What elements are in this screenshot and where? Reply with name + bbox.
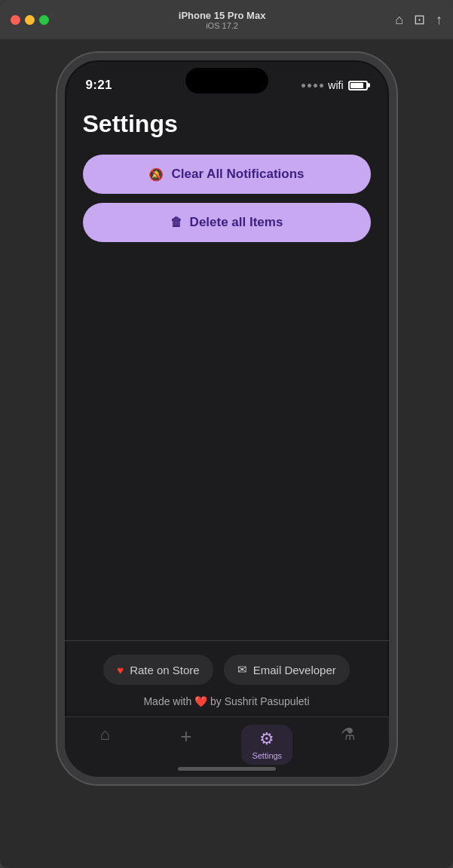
rate-store-button[interactable]: ♥ Rate on Store [103,655,213,685]
tab-home[interactable]: ⌂ [65,725,146,744]
iphone-wrapper: 9:21 wifi [0,39,453,798]
wifi-icon: wifi [328,79,343,91]
settings-tab-label: Settings [252,751,282,760]
app-window: iPhone 15 Pro Max iOS 17.2 ⌂ ⊡ ↑ 9:21 [0,0,453,868]
title-bar-actions: ⌂ ⊡ ↑ [395,11,442,28]
flask-tab-icon: ⚗ [341,725,356,744]
tab-flask[interactable]: ⚗ [308,725,389,744]
tab-add[interactable]: + [145,725,227,748]
dot-4 [320,84,323,87]
page-title: Settings [83,100,371,155]
bottom-section: ♥ Rate on Store ✉ Email Developer Made w… [65,640,389,777]
divider [65,640,389,641]
home-tb-icon[interactable]: ⌂ [395,12,403,28]
bell-slash-icon: 🔕 [148,167,164,182]
device-name: iPhone 15 Pro Max [179,10,266,21]
clear-notifications-button[interactable]: 🔕 Clear All Notifications [83,155,371,194]
status-time: 9:21 [86,78,112,93]
clear-notifications-label: Clear All Notifications [171,167,304,182]
dynamic-island [185,68,268,94]
battery-fill [350,83,364,88]
dot-1 [301,84,305,87]
envelope-icon: ✉ [237,663,247,676]
home-indicator [178,767,276,771]
share-tb-icon[interactable]: ↑ [436,12,442,28]
trash-icon: 🗑 [170,216,182,229]
traffic-lights [11,15,49,25]
footer-suffix: by Sushrit Pasupuleti [210,695,310,707]
dot-2 [308,84,311,87]
home-tab-icon: ⌂ [100,725,110,744]
heart-icon: ♥ [117,664,124,676]
bottom-actions: ♥ Rate on Store ✉ Email Developer [65,655,389,695]
footer-prefix: Made with [143,695,191,707]
screenshot-tb-icon[interactable]: ⊡ [414,11,425,28]
rate-store-label: Rate on Store [130,664,200,676]
footer-text: Made with ❤️ by Sushrit Pasupuleti [65,695,389,716]
footer-heart-icon: ❤️ [194,695,210,707]
title-bar: iPhone 15 Pro Max iOS 17.2 ⌂ ⊡ ↑ [0,0,453,39]
iphone-inner: 9:21 wifi [65,60,389,777]
delete-items-button[interactable]: 🗑 Delete all Items [83,203,371,242]
dot-3 [314,84,317,87]
maximize-button[interactable] [39,15,49,25]
tab-settings[interactable]: ⚙ Settings [227,725,308,765]
status-bar: 9:21 wifi [65,60,389,100]
close-button[interactable] [11,15,20,25]
iphone-frame: 9:21 wifi [57,53,396,784]
minimize-button[interactable] [25,15,35,25]
battery-icon [348,81,368,90]
email-developer-label: Email Developer [253,664,336,676]
settings-tab-active-bg: ⚙ Settings [241,725,292,765]
title-bar-center: iPhone 15 Pro Max iOS 17.2 [58,10,386,30]
email-developer-button[interactable]: ✉ Email Developer [224,655,350,685]
settings-tab-icon: ⚙ [259,729,274,749]
status-icons: wifi [301,79,367,91]
delete-items-label: Delete all Items [190,215,283,230]
device-os: iOS 17.2 [206,21,238,30]
signal-dots [301,84,323,87]
add-tab-icon: + [180,725,191,748]
